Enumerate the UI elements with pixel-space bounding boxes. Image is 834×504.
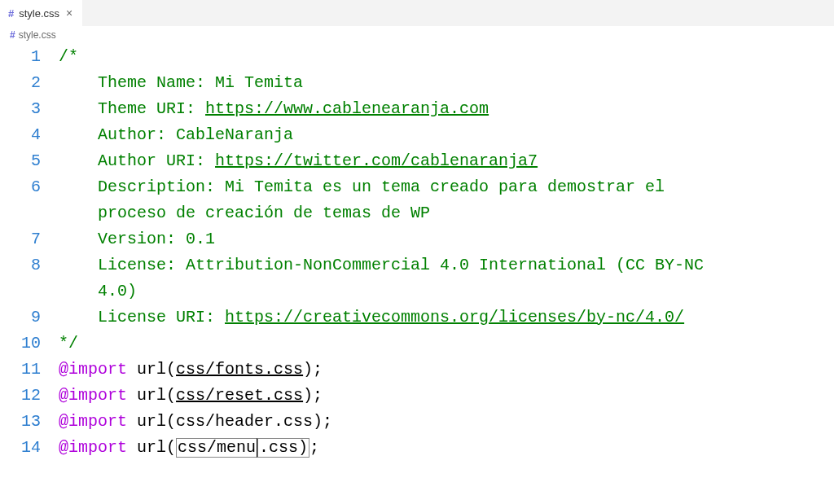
line-number: 10 <box>0 331 59 357</box>
editing-selection: .css) <box>257 438 309 458</box>
code-editor[interactable]: 1 /* 2 Theme Name: Mi Temita 3 Theme URI… <box>0 44 834 461</box>
comment-link[interactable]: https://www.cablenearanja.com <box>205 99 489 118</box>
code-line[interactable]: 2 Theme Name: Mi Temita <box>0 70 834 96</box>
at-rule: @import <box>59 412 127 431</box>
at-rule: @import <box>59 386 127 405</box>
line-number: 14 <box>0 435 59 461</box>
paren-close: ) <box>298 438 308 457</box>
comment-text: Version: 0.1 <box>98 230 215 248</box>
paren-close: ) <box>303 386 313 405</box>
comment-text: Description: Mi Temita es un tema creado… <box>98 177 674 196</box>
paren-open: ( <box>166 438 176 457</box>
code-line[interactable]: 14 @import url(css/menu.css); <box>0 435 834 461</box>
paren-close: ) <box>303 360 313 379</box>
semicolon: ; <box>323 412 332 431</box>
comment-text: Theme Name: Mi Temita <box>98 73 303 92</box>
func-name: url <box>137 412 166 431</box>
line-number: 2 <box>0 70 59 96</box>
comment-link[interactable]: https://twitter.com/cablenaranja7 <box>215 151 538 170</box>
line-number: 11 <box>0 357 59 383</box>
line-number: 3 <box>0 96 59 122</box>
at-rule: @import <box>59 360 127 379</box>
tab-style-css[interactable]: # style.css × <box>0 0 82 26</box>
paren-open: ( <box>166 412 176 431</box>
line-number: 9 <box>0 305 59 331</box>
semicolon: ; <box>313 386 323 405</box>
comment-close: */ <box>59 334 78 353</box>
code-line[interactable]: 5 Author URI: https://twitter.com/cablen… <box>0 148 834 174</box>
code-line[interactable]: 1 /* <box>0 44 834 70</box>
tab-label: style.css <box>19 7 59 20</box>
code-line[interactable]: 3 Theme URI: https://www.cablenearanja.c… <box>0 96 834 122</box>
comment-text: Author URI: <box>98 151 215 170</box>
url-path: css/header.css <box>176 412 313 431</box>
func-name: url <box>137 386 166 405</box>
comment-link[interactable]: https://creativecommons.org/licenses/by-… <box>225 308 684 327</box>
code-line[interactable]: 12 @import url(css/reset.css); <box>0 383 834 409</box>
code-line[interactable]: 10 */ <box>0 331 834 357</box>
func-name: url <box>137 360 166 379</box>
editing-selection: css/menu <box>176 438 257 458</box>
func-name: url <box>137 438 166 457</box>
line-number: 1 <box>0 44 59 70</box>
css-file-icon: # <box>10 29 15 41</box>
comment-text: License URI: <box>98 308 225 327</box>
code-line[interactable]: 8 License: Attribution-NonCommercial 4.0… <box>0 252 834 278</box>
comment-text: proceso de creación de temas de WP <box>98 204 430 222</box>
code-line[interactable]: 9 License URI: https://creativecommons.o… <box>0 305 834 331</box>
code-line[interactable]: 11 @import url(css/fonts.css); <box>0 357 834 383</box>
comment-text: Author: CableNaranja <box>98 125 293 144</box>
close-icon[interactable]: × <box>64 7 74 20</box>
url-path: css/menu <box>178 438 256 457</box>
comment-text: Theme URI: <box>98 99 205 118</box>
at-rule: @import <box>59 438 127 457</box>
code-line[interactable]: 13 @import url(css/header.css); <box>0 409 834 435</box>
paren-close: ) <box>313 412 323 431</box>
breadcrumb[interactable]: # style.css <box>0 26 834 44</box>
paren-open: ( <box>166 386 176 405</box>
css-file-icon: # <box>8 7 14 20</box>
line-number: 4 <box>0 122 59 148</box>
semicolon: ; <box>309 438 319 457</box>
line-number: 6 <box>0 174 59 200</box>
breadcrumb-label: style.css <box>19 29 56 41</box>
code-line[interactable]: 6 Description: Mi Temita es un tema crea… <box>0 174 834 200</box>
code-line-wrap[interactable]: 4.0) <box>0 278 834 305</box>
code-line[interactable]: 7 Version: 0.1 <box>0 226 834 252</box>
line-number: 8 <box>0 252 59 278</box>
tab-bar: # style.css × <box>0 0 834 26</box>
line-number: 5 <box>0 148 59 174</box>
code-line[interactable]: 4 Author: CableNaranja <box>0 122 834 148</box>
line-number: 13 <box>0 409 59 435</box>
comment-text: License: Attribution-NonCommercial 4.0 I… <box>98 256 713 274</box>
line-number: 7 <box>0 226 59 252</box>
line-number: 12 <box>0 383 59 409</box>
url-path: css/fonts.css <box>176 360 303 379</box>
url-path: css/reset.css <box>176 386 303 405</box>
code-line-wrap[interactable]: proceso de creación de temas de WP <box>0 200 834 226</box>
semicolon: ; <box>313 360 323 379</box>
comment-text: 4.0) <box>98 282 137 300</box>
url-path: .css <box>259 438 298 457</box>
paren-open: ( <box>166 360 176 379</box>
comment-open: /* <box>59 47 78 66</box>
